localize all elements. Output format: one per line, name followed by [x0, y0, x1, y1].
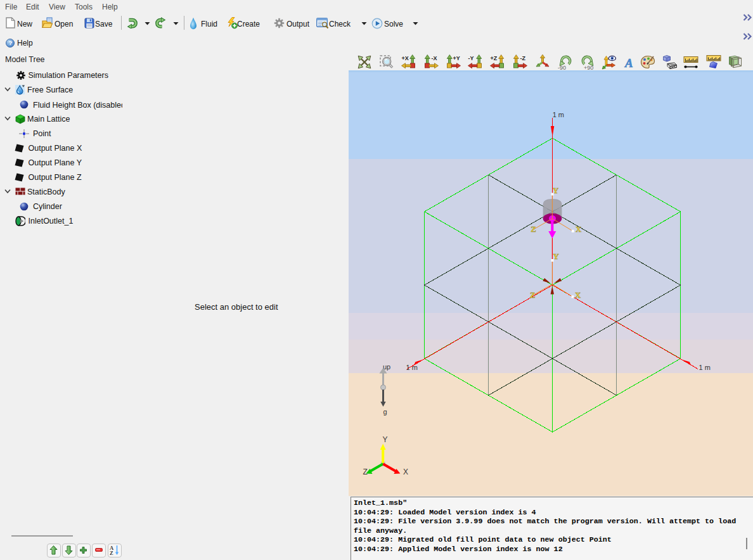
svg-text:g: g	[383, 408, 387, 416]
svg-text:-X: -X	[432, 55, 437, 61]
svg-text:+Z: +Z	[491, 55, 498, 61]
svg-text:Z: Z	[531, 224, 536, 234]
svg-text:Y: Y	[382, 435, 387, 444]
svg-text:X: X	[575, 290, 581, 300]
svg-text:-Y: -Y	[468, 55, 474, 61]
svg-text:1 m: 1 m	[553, 111, 564, 118]
svg-text:Z: Z	[530, 290, 536, 300]
svg-text:+90: +90	[584, 65, 593, 70]
svg-text:X: X	[403, 468, 408, 476]
svg-text:-90: -90	[558, 65, 566, 70]
svg-text:A: A	[624, 56, 633, 70]
svg-text:1 m: 1 m	[699, 364, 711, 371]
svg-text:Y: Y	[553, 186, 559, 195]
svg-text:-Z: -Z	[520, 55, 526, 61]
svg-text:+X: +X	[402, 55, 409, 61]
svg-text:Z: Z	[363, 468, 368, 476]
svg-text:X: X	[576, 224, 582, 234]
svg-text:?: ?	[8, 39, 12, 46]
svg-text:+Y: +Y	[453, 55, 460, 61]
svg-text:1 m: 1 m	[406, 364, 418, 371]
svg-text:Y: Y	[553, 251, 560, 261]
svg-text:Z: Z	[110, 550, 113, 556]
